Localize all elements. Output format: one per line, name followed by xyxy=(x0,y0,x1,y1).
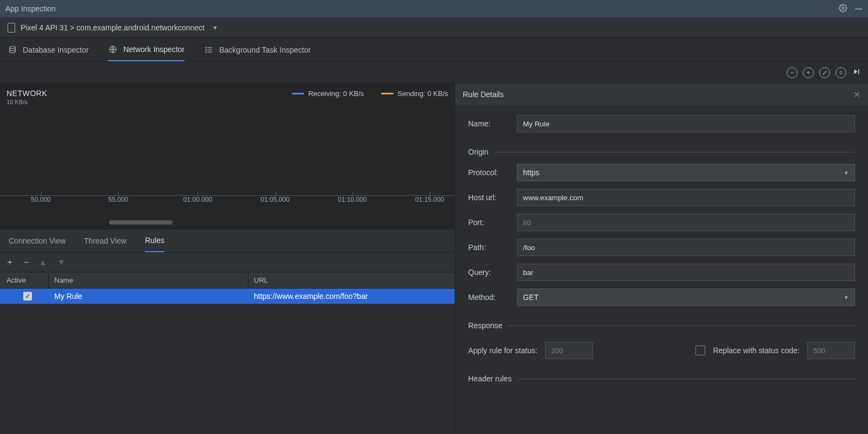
close-icon[interactable]: ✕ xyxy=(853,90,860,100)
network-title: NETWORK xyxy=(7,89,47,98)
go-to-end-button[interactable] xyxy=(852,67,861,78)
details-body: Name: Origin Protocol: https ▼ Host url:… xyxy=(455,105,868,393)
protocol-value: https xyxy=(523,168,539,177)
column-active[interactable]: Active xyxy=(0,272,49,288)
column-name[interactable]: Name xyxy=(49,272,248,288)
add-rule-button[interactable]: ＋ xyxy=(5,257,14,268)
receiving-swatch xyxy=(292,93,304,94)
response-section-label: Response xyxy=(468,321,502,330)
tick: 55.000 xyxy=(108,196,129,203)
name-label: Name: xyxy=(468,119,510,128)
device-icon xyxy=(8,23,15,33)
path-label: Path: xyxy=(468,243,510,252)
list-icon xyxy=(204,45,214,55)
network-graph: NETWORK Receiving: 0 KB/s Sending: 0 KB/… xyxy=(0,84,455,229)
apply-status-input[interactable] xyxy=(545,342,593,359)
protocol-select[interactable]: https ▼ xyxy=(517,164,855,181)
details-header: Rule Details ✕ xyxy=(455,84,868,105)
legend-sending: Sending: 0 KB/s xyxy=(381,90,448,98)
remove-rule-button[interactable]: − xyxy=(24,258,29,267)
svg-point-8 xyxy=(206,52,206,52)
chevron-down-icon[interactable]: ▼ xyxy=(212,24,218,31)
apply-status-label: Apply rule for status: xyxy=(468,346,538,355)
divider-line xyxy=(509,326,855,326)
port-label: Port: xyxy=(468,218,510,227)
host-url-label: Host url: xyxy=(468,193,510,202)
host-url-input[interactable] xyxy=(517,189,855,206)
tab-rules[interactable]: Rules xyxy=(145,229,164,252)
tab-database-inspector[interactable]: Database Inspector xyxy=(8,38,88,61)
protocol-label: Protocol: xyxy=(468,168,510,177)
timeline-axis: 50.000 55.000 01:00.000 01:05.000 01:10.… xyxy=(0,195,455,212)
globe-icon xyxy=(108,44,118,54)
titlebar: App Inspection — xyxy=(0,0,868,17)
rule-details-panel: Rule Details ✕ Name: Origin Protocol: ht… xyxy=(455,84,868,434)
details-title: Rule Details xyxy=(463,90,503,99)
query-input[interactable] xyxy=(517,264,855,281)
svg-rect-9 xyxy=(858,69,859,74)
port-input[interactable] xyxy=(517,214,855,231)
minimize-icon[interactable]: — xyxy=(855,4,863,13)
move-up-button[interactable]: ▲ xyxy=(39,258,47,267)
y-axis-scale: 10 KB/s xyxy=(0,98,455,105)
query-label: Query: xyxy=(468,268,510,277)
tick: 50.000 xyxy=(31,196,51,203)
tab-label: Database Inspector xyxy=(23,46,88,54)
active-checkbox[interactable]: ✓ xyxy=(23,292,32,301)
method-label: Method: xyxy=(468,293,510,302)
fit-button[interactable]: 0 xyxy=(835,67,846,78)
svg-point-7 xyxy=(206,49,206,50)
svg-point-0 xyxy=(842,7,844,9)
chevron-down-icon: ▼ xyxy=(844,170,849,176)
name-input[interactable] xyxy=(517,115,855,132)
origin-section: Origin xyxy=(468,148,855,156)
row-url: https://www.example.com/foo?bar xyxy=(248,289,455,304)
divider-line xyxy=(518,379,855,379)
column-url[interactable]: URL xyxy=(248,272,455,288)
tab-label: Network Inspector xyxy=(123,45,184,54)
tab-background-task-inspector[interactable]: Background Task Inspector xyxy=(204,38,311,61)
legend-receiving: Receiving: 0 KB/s xyxy=(292,90,364,98)
rules-table-body: ✓ My Rule https://www.example.com/foo?ba… xyxy=(0,289,455,434)
method-value: GET xyxy=(523,293,539,302)
legend: Receiving: 0 KB/s Sending: 0 KB/s xyxy=(292,90,448,98)
breadcrumb-text[interactable]: Pixel 4 API 31 > com.example.android.net… xyxy=(21,23,205,32)
timeline-scrollbar-thumb[interactable] xyxy=(109,220,173,225)
tick: 01:05.000 xyxy=(260,196,289,203)
replace-status-checkbox[interactable] xyxy=(695,346,705,355)
method-select[interactable]: GET ▼ xyxy=(517,289,855,306)
header-rules-section-label: Header rules xyxy=(468,374,512,383)
rules-table-header: Active Name URL xyxy=(0,272,455,289)
svg-point-1 xyxy=(10,46,16,48)
legend-sending-label: Sending: 0 KB/s xyxy=(398,90,448,98)
secondary-toolbar: − + ⤢ 0 xyxy=(0,62,868,84)
database-icon xyxy=(8,45,17,55)
zoom-in-button[interactable]: + xyxy=(803,67,814,78)
sending-swatch xyxy=(381,93,393,94)
svg-point-6 xyxy=(206,47,206,48)
chevron-down-icon: ▼ xyxy=(844,295,849,301)
reset-zoom-button[interactable]: ⤢ xyxy=(819,67,830,78)
row-name: My Rule xyxy=(49,289,248,304)
response-row: Apply rule for status: Replace with stat… xyxy=(468,342,855,359)
panel-title: App Inspection xyxy=(5,4,56,13)
tab-label: Background Task Inspector xyxy=(219,46,311,54)
table-row[interactable]: ✓ My Rule https://www.example.com/foo?ba… xyxy=(0,289,455,304)
tick: 01:15.000 xyxy=(415,196,444,203)
response-section: Response xyxy=(468,321,855,330)
move-down-button[interactable]: ▼ xyxy=(57,258,66,267)
gear-icon[interactable] xyxy=(839,4,847,14)
tab-network-inspector[interactable]: Network Inspector xyxy=(108,38,184,61)
view-tabs: Connection View Thread View Rules xyxy=(0,229,455,253)
replace-status-input[interactable] xyxy=(807,342,855,359)
tick: 01:00.000 xyxy=(183,196,212,203)
origin-section-label: Origin xyxy=(468,148,488,156)
header-rules-section: Header rules xyxy=(468,374,855,383)
tab-connection-view[interactable]: Connection View xyxy=(9,229,66,252)
tab-thread-view[interactable]: Thread View xyxy=(84,229,126,252)
main-split: NETWORK Receiving: 0 KB/s Sending: 0 KB/… xyxy=(0,84,868,434)
path-input[interactable] xyxy=(517,239,855,256)
replace-status-label: Replace with status code: xyxy=(713,346,800,355)
zoom-out-button[interactable]: − xyxy=(787,67,797,78)
tick: 01:10.000 xyxy=(338,196,367,203)
